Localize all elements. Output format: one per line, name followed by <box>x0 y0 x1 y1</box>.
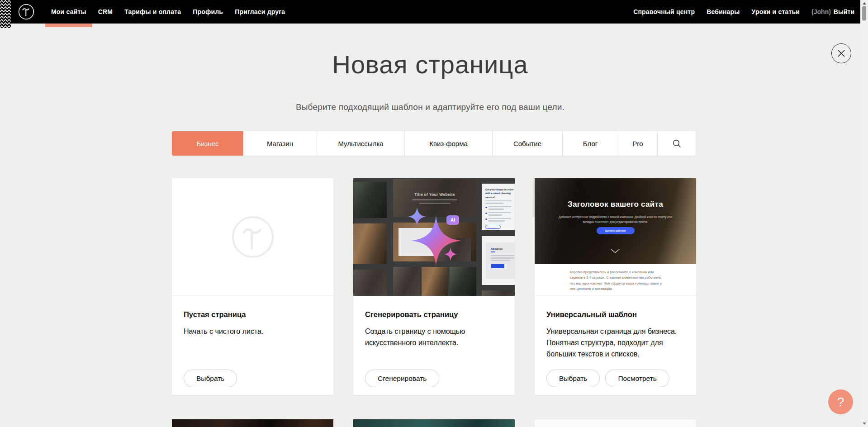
tilda-watermark-icon <box>231 215 275 259</box>
page-subtitle: Выберите подходящий шаблон и адаптируйте… <box>0 102 860 112</box>
template-cta-button: Целевое действие <box>597 227 635 234</box>
template-category-tabs: Бизнес Магазин Мультиссылка Квиз-форма С… <box>172 131 696 156</box>
card-partial-3-preview <box>535 419 696 427</box>
collage-hero-block: Title of Your Website <box>393 179 476 217</box>
collage-service-heading: Get your house in order with a smart cle… <box>485 188 515 199</box>
card-description: Создать страницу с помощью искусственног… <box>365 326 503 349</box>
vertical-scrollbar[interactable] <box>860 0 868 427</box>
nav-item-invite-friend[interactable]: Пригласи друга <box>229 0 291 24</box>
tab-shop[interactable]: Магазин <box>243 131 317 156</box>
ai-sparkle-small-icon <box>444 247 457 261</box>
nav-item-lessons[interactable]: Уроки и статьи <box>746 8 806 15</box>
zigzag-edge-decoration <box>0 0 11 28</box>
template-cards-row-2 <box>172 419 696 427</box>
card-universal-template[interactable]: Заголовок вашего сайта Добавьте интересн… <box>535 178 696 395</box>
card-partial-2-preview <box>353 419 515 427</box>
close-icon <box>837 49 845 57</box>
tab-search[interactable] <box>657 131 696 156</box>
choose-button[interactable]: Выбрать <box>546 370 600 387</box>
nav-item-webinars[interactable]: Вебинары <box>701 8 745 15</box>
card-blank-page[interactable]: Пустая страница Начать с чистого листа. … <box>172 178 333 395</box>
collage-mini-card-service: Get your house in order with a smart cle… <box>482 184 515 230</box>
collage-hero-title: Title of Your Website <box>414 192 455 197</box>
template-cards-row: Пустая страница Начать с чистого листа. … <box>172 178 696 395</box>
top-nav: Мои сайты CRM Тарифы и оплата Профиль Пр… <box>0 0 868 24</box>
blank-page-preview <box>172 178 333 296</box>
scrollbar-down-arrow[interactable] <box>863 422 866 425</box>
card-title: Универсальный шаблон <box>546 310 684 319</box>
search-icon <box>673 139 681 148</box>
tab-blog[interactable]: Блог <box>562 131 618 156</box>
choose-button[interactable]: Выбрать <box>184 370 237 387</box>
chevron-down-icon <box>611 249 620 253</box>
card-description: Начать с чистого листа. <box>184 326 322 337</box>
card-partial-3[interactable] <box>535 419 696 427</box>
template-hero-title: Заголовок вашего сайта <box>535 200 696 209</box>
ai-sparkle-medium-icon <box>408 206 427 227</box>
nav-item-crm[interactable]: CRM <box>92 0 119 24</box>
generate-button[interactable]: Сгенерировать <box>365 370 439 387</box>
ai-badge: AI <box>446 215 459 225</box>
template-body-text: Коротко представьтесь и расскажите о ком… <box>570 270 662 292</box>
collage-about-heading: About us <box>491 247 514 250</box>
tab-pro[interactable]: Pro <box>618 131 657 156</box>
scrollbar-up-arrow[interactable] <box>863 2 866 5</box>
help-button[interactable]: ? <box>828 389 853 414</box>
view-button[interactable]: Посмотреть <box>605 370 669 387</box>
card-title: Пустая страница <box>184 310 322 319</box>
page-title: Новая страница <box>0 50 860 79</box>
card-partial-1[interactable] <box>172 419 333 427</box>
nav-item-my-sites[interactable]: Мои сайты <box>45 0 92 24</box>
question-mark-icon: ? <box>837 395 844 409</box>
tab-business[interactable]: Бизнес <box>172 131 243 156</box>
template-hero-subtitle: Добавьте интересные подробности о вашей … <box>553 214 678 224</box>
logout-link[interactable]: Выйти <box>834 8 854 15</box>
nav-item-tariffs[interactable]: Тарифы и оплата <box>119 0 187 24</box>
nav-right-menu: Справочный центр Вебинары Уроки и статьи… <box>627 0 868 24</box>
card-title: Сгенерировать страницу <box>365 310 503 319</box>
card-partial-2[interactable] <box>353 419 515 427</box>
tab-quiz-form[interactable]: Квиз-форма <box>404 131 492 156</box>
tab-event[interactable]: Событие <box>492 131 562 156</box>
card-description: Универсальная страница для бизнеса. Поня… <box>546 326 684 360</box>
ai-collage-preview: Title of Your Website Get your house in … <box>353 178 515 296</box>
nav-username: (John) <box>811 8 831 15</box>
card-partial-1-preview <box>172 419 333 427</box>
tab-multilink[interactable]: Мультиссылка <box>317 131 404 156</box>
card-ai-generate[interactable]: Title of Your Website Get your house in … <box>353 178 515 395</box>
collage-mini-card-about: About us <box>482 236 515 285</box>
nav-left-menu: Мои сайты CRM Тарифы и оплата Профиль Пр… <box>45 0 291 24</box>
nav-item-profile[interactable]: Профиль <box>187 0 229 24</box>
tilda-logo[interactable] <box>18 4 34 20</box>
universal-template-preview: Заголовок вашего сайта Добавьте интересн… <box>535 178 696 296</box>
scrollbar-thumb[interactable] <box>862 6 866 21</box>
close-button[interactable] <box>831 43 851 63</box>
nav-item-help-center[interactable]: Справочный центр <box>627 8 701 15</box>
